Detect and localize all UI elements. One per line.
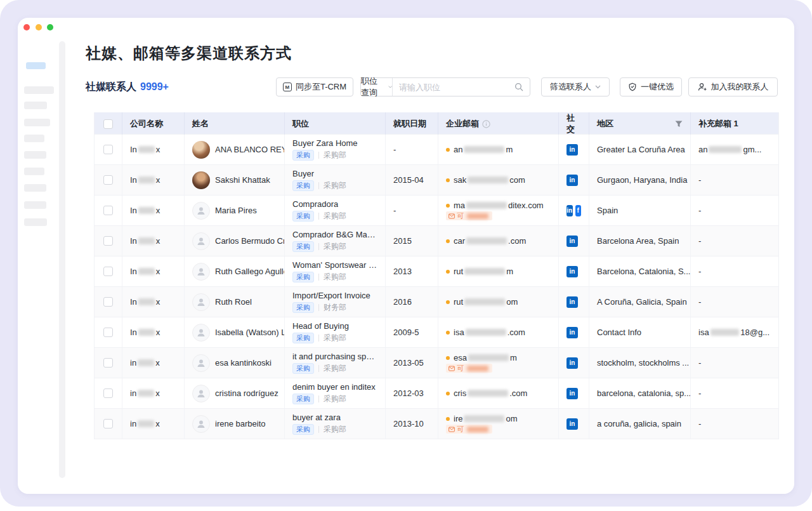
table-row[interactable]: Inx Carlos Bermudo Cr... Comprador B&G M… [95,225,778,256]
table-row[interactable]: Inx Isabella (Watson) L... Head of Buyin… [95,317,778,347]
filter-funnel-icon[interactable] [675,121,683,128]
row-checkbox[interactable] [103,236,113,246]
redacted-text [466,202,507,209]
row-checkbox[interactable] [103,175,113,185]
avatar [192,324,210,342]
tag-divider [318,152,319,159]
linkedin-icon[interactable]: in [566,388,578,399]
avatar [192,293,210,311]
avatar [192,263,210,281]
position-title: Woman' Sportswear Bu... [292,260,378,270]
position-title: Buyer [292,169,314,178]
region-cell: stockholm, stockholms ... [589,348,691,378]
linkedin-icon[interactable]: in [566,327,578,338]
avatar [192,202,210,220]
email-cell: rutom [438,287,559,317]
table-row[interactable]: Inx Ruth Roel Import/Export Invoice 采购 财… [95,286,778,317]
position-title: Head of Buying [292,321,349,331]
table-row[interactable]: Inx Maria Pires Compradora 采购 采购部 - madi… [95,195,778,225]
filter-contacts-button[interactable]: 筛选联系人 [541,77,610,96]
linkedin-icon[interactable]: in [566,266,578,277]
col-name-header: 姓名 [185,112,285,135]
date-cell: 2013-05 [386,348,438,378]
position-title: Import/Export Invoice [292,291,370,300]
close-window-icon[interactable] [23,24,30,30]
linkedin-icon[interactable]: in [566,175,578,186]
mail-icon [449,427,455,432]
region-cell: Contact Info [589,317,691,347]
email-cell: car.com [438,226,559,256]
table-row[interactable]: inx cristina rodríguez denim buyer en in… [95,378,778,408]
extra-email-cell: isa18@g... [691,317,777,347]
facebook-icon[interactable]: f [575,205,582,216]
department-label: 采购部 [324,333,346,343]
position-search-group: 职位查询 [360,77,530,96]
tag-divider [318,182,319,189]
redacted-text [468,176,508,183]
row-checkbox[interactable] [103,297,113,307]
col-company-header: 公司名称 [122,112,185,135]
redacted-text [464,268,505,275]
reachable-tag: 可 [446,425,492,434]
row-checkbox[interactable] [103,206,113,215]
sync-to-tcrm-button[interactable]: M 同步至T-CRM [276,77,353,96]
sidebar-item-active[interactable] [26,62,46,69]
table-row[interactable]: Inx ANA BLANCO REY Buyer Zara Home 采购 采购… [95,134,778,164]
email-status-dot [446,300,450,304]
add-to-my-contacts-button[interactable]: 加入我的联系人 [688,77,778,96]
reachable-tag: 可 [446,364,492,373]
table-row[interactable]: inx irene barbeito buyer at zara 采购 采购部 … [95,408,778,439]
col-email-header: 企业邮箱 [438,112,559,135]
department-label: 采购部 [324,272,346,282]
linkedin-icon[interactable]: in [566,357,578,369]
position-search-input[interactable] [399,83,511,92]
table-row[interactable]: Inx Ruth Gallego Agulló Woman' Sportswea… [95,256,778,286]
extra-email-cell: - [691,409,777,439]
procurement-tag: 采购 [292,180,314,191]
mail-icon [449,366,455,371]
linkedin-icon[interactable]: in [566,418,578,430]
decorative-frame: 社媒、邮箱等多渠道联系方式 社媒联系人9999+ M 同步至T-CRM 职位查询… [0,0,812,507]
email-cell: ireom 可 [438,409,559,439]
linkedin-icon[interactable]: in [566,296,578,308]
date-cell: 2016 [386,287,438,317]
table-row[interactable]: inx esa kantinkoski it and purchasing sp… [95,347,778,378]
row-checkbox[interactable] [103,419,113,428]
extra-email-cell: angm... [691,135,777,164]
search-icon[interactable] [514,83,523,91]
position-query-select[interactable]: 职位查询 [361,78,393,96]
linkedin-icon[interactable]: in [566,205,573,216]
linkedin-icon[interactable]: in [566,144,578,156]
department-label: 采购部 [324,363,346,374]
one-click-optimize-button[interactable]: 一键优选 [620,77,682,96]
row-checkbox[interactable] [103,145,113,154]
date-cell: 2013-10 [386,409,438,439]
company-cell: inx [122,409,185,439]
email-status-dot [446,239,450,243]
tag-divider [318,243,319,250]
extra-email-cell: - [691,348,777,378]
department-label: 采购部 [324,424,346,435]
row-checkbox[interactable] [103,388,113,398]
position-cell: Buyer Zara Home 采购 采购部 [285,135,386,164]
name-cell: Sakshi Khattak [185,165,285,195]
procurement-tag: 采购 [292,211,314,222]
table-row[interactable]: Inx Sakshi Khattak Buyer 采购 采购部 2015-04 … [95,164,778,195]
row-checkbox[interactable] [103,358,113,368]
zoom-window-icon[interactable] [47,24,53,30]
select-all-checkbox[interactable] [103,119,113,129]
linkedin-icon[interactable]: in [566,236,578,247]
date-cell: - [386,135,438,164]
position-title: Comprador B&G Massi... [292,230,378,239]
region-cell: Greater La Coruña Area [589,135,691,164]
company-cell: Inx [122,165,185,195]
minimize-window-icon[interactable] [36,24,42,30]
info-icon[interactable] [482,120,490,128]
avatar [192,415,210,433]
position-cell: Comprador B&G Massi... 采购 采购部 [285,226,386,256]
contacts-table: 公司名称 姓名 职位 就职日期 企业邮箱 社交 地区 补充邮箱 1 Inx [94,112,779,439]
region-cell: Barcelona, Catalonia, S... [589,256,691,286]
table-body: Inx ANA BLANCO REY Buyer Zara Home 采购 采购… [95,134,778,439]
row-checkbox[interactable] [103,328,113,337]
row-checkbox[interactable] [103,267,113,276]
